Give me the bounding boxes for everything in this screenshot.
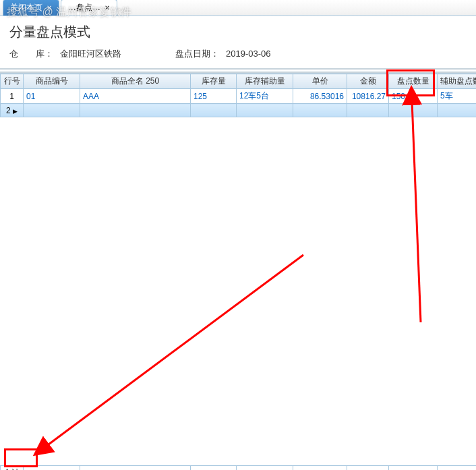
totals-amount: 10816.27 (347, 466, 389, 471)
cell-count-qty[interactable]: 150 (389, 89, 438, 104)
date-label: 盘点日期： (175, 49, 219, 59)
cell-stock-qty (191, 104, 237, 117)
totals-label: 合计 (1, 466, 24, 471)
col-amount[interactable]: 金额 (347, 74, 389, 89)
cell-item-code[interactable] (24, 104, 80, 117)
col-count-qty[interactable]: 盘点数量 (389, 74, 438, 89)
col-stock-qty[interactable]: 库存量 (191, 74, 237, 89)
warehouse-value: 金阳旺河区铁路 (60, 49, 121, 59)
table-row[interactable]: 1 01 AAA 125 12车5台 86.53016 10816.27 150… (1, 89, 477, 104)
cell-aux-count[interactable]: 5车 (438, 89, 477, 104)
totals-stock-qty: 125 (191, 466, 237, 471)
col-aux-count[interactable]: 辅助盘点数 (438, 74, 477, 89)
cell-count-qty[interactable] (389, 104, 438, 117)
cell-stock-aux (237, 104, 293, 117)
cell-unit-price (293, 104, 347, 117)
header-info: 仓 库：金阳旺河区铁路 盘点日期：2019-03-06 (9, 45, 467, 63)
col-stock-aux[interactable]: 库存辅助量 (237, 74, 293, 89)
tab-active-label: 关闭本页 (10, 2, 42, 13)
cell-row-no: 1 (1, 89, 24, 104)
cell-item-name[interactable] (80, 104, 191, 117)
col-unit-price[interactable]: 单价 (293, 74, 347, 89)
col-row-no[interactable]: 行号 (1, 74, 24, 89)
table-empty-area (0, 117, 476, 465)
close-icon[interactable]: ✕ (105, 4, 110, 11)
divider (0, 68, 476, 74)
cell-row-no: 2 ▶ (1, 104, 24, 117)
tab-active[interactable]: 关闭本页 ✕ (3, 0, 59, 16)
data-table: 行号 商品编号 商品全名 250 库存量 库存辅助量 单价 金额 盘点数量 辅助… (0, 74, 476, 470)
warehouse-field: 仓 库：金阳旺河区铁路 (9, 48, 121, 60)
date-value: 2019-03-06 (226, 49, 271, 59)
col-item-name[interactable]: 商品全名 250 (80, 74, 191, 89)
cell-stock-aux: 12车5台 (237, 89, 293, 104)
col-item-code[interactable]: 商品编号 (24, 74, 80, 89)
totals-count-qty: 150 (389, 466, 438, 471)
cell-stock-qty: 125 (191, 89, 237, 104)
cell-aux-count[interactable] (438, 104, 477, 117)
warehouse-label: 仓 库： (9, 49, 53, 59)
totals-row: 合计 125 10816.27 150 (1, 466, 477, 471)
tab-second-label: …盘点… (68, 2, 100, 13)
tab-bar: 关闭本页 ✕ …盘点… ✕ (0, 0, 476, 16)
cell-item-name[interactable]: AAA (80, 89, 191, 104)
page-title: 分量盘点模式 (9, 23, 467, 41)
cell-item-code[interactable]: 01 (24, 89, 80, 104)
current-row-icon: ▶ (13, 108, 18, 115)
tab-second[interactable]: …盘点… ✕ (61, 0, 117, 16)
cell-unit-price: 86.53016 (293, 89, 347, 104)
date-field: 盘点日期：2019-03-06 (175, 48, 271, 60)
totals-table: 合计 125 10816.27 150 (0, 465, 476, 470)
cell-amount: 10816.27 (347, 89, 389, 104)
table-header-row: 行号 商品编号 商品全名 250 库存量 库存辅助量 单价 金额 盘点数量 辅助… (1, 74, 477, 89)
page-header: 分量盘点模式 仓 库：金阳旺河区铁路 盘点日期：2019-03-06 (0, 16, 476, 68)
cell-amount (347, 104, 389, 117)
close-icon[interactable]: ✕ (47, 4, 52, 11)
table-row[interactable]: 2 ▶ (1, 104, 477, 117)
